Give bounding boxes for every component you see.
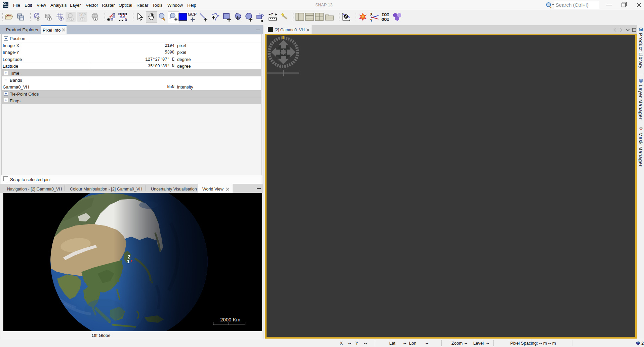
svg-text:1: 1	[127, 259, 130, 264]
svg-text:SNAP: SNAP	[3, 5, 8, 7]
svg-text:Y: Y	[370, 18, 373, 22]
svg-text:GCP: GCP	[188, 12, 197, 17]
svg-text:2000 Km: 2000 Km	[220, 317, 240, 322]
svg-text:IOI: IOI	[381, 12, 389, 18]
svg-text:esa: esa	[6, 4, 8, 5]
svg-text:?: ?	[271, 12, 273, 16]
svg-text:X: X	[370, 12, 373, 16]
svg-text:OOI: OOI	[381, 17, 389, 22]
svg-text:GCP: GCP	[79, 13, 86, 17]
